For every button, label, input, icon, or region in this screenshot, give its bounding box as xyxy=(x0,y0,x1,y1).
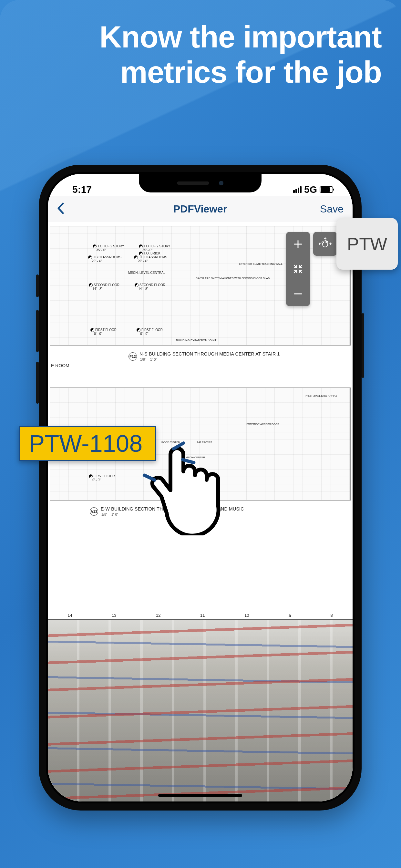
home-indicator[interactable] xyxy=(158,794,242,797)
room-label: E ROOM xyxy=(51,363,69,368)
collapse-icon xyxy=(293,264,303,274)
ruler: 14 13 12 11 10 a 8 xyxy=(48,611,352,620)
cellular-signal-icon xyxy=(293,186,302,193)
device-notch xyxy=(139,174,261,192)
minus-icon xyxy=(293,289,303,299)
zoom-in-button[interactable] xyxy=(286,232,310,257)
battery-icon xyxy=(320,186,333,193)
nav-bar: PDFViewer Save xyxy=(48,196,352,222)
save-button[interactable]: Save xyxy=(311,203,343,215)
nav-title: PDFViewer xyxy=(89,203,311,215)
section-caption: F12 N-S BUILDING SECTION THROUGH MEDIA C… xyxy=(116,350,352,365)
ptw-tool-chip[interactable]: PTW xyxy=(336,218,398,270)
render-preview[interactable]: 14 13 12 11 10 a 8 xyxy=(48,611,352,802)
pointer-hand-icon xyxy=(145,442,229,535)
back-button[interactable] xyxy=(57,201,89,217)
tap-cursor-overlay xyxy=(145,442,229,537)
zoom-panel xyxy=(286,232,310,306)
promo-headline: Know the important metrics for the job xyxy=(0,0,401,90)
pan-button[interactable] xyxy=(313,232,337,256)
annotation-label[interactable]: PTW-1108 xyxy=(19,426,156,461)
hand-move-icon xyxy=(319,237,332,250)
fit-screen-button[interactable] xyxy=(286,257,310,282)
zoom-out-button[interactable] xyxy=(286,281,310,306)
network-label: 5G xyxy=(304,184,317,195)
chevron-left-icon xyxy=(57,203,64,214)
plus-icon xyxy=(293,239,303,249)
